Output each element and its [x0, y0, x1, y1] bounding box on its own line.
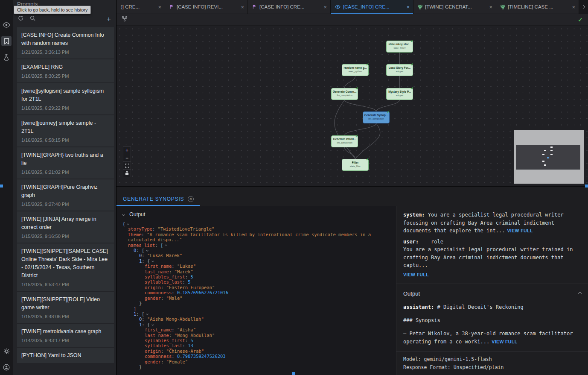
- user-view-full-link[interactable]: VIEW FULL: [403, 271, 581, 279]
- minimap[interactable]: [514, 130, 584, 184]
- response-format-line: Response Format: Unspecified/plain: [403, 363, 581, 372]
- json-line: storyType: "TwistedLoveTriangle": [122, 226, 378, 231]
- node-success-check-icon: ✓: [366, 157, 369, 161]
- json-colon: :: [172, 264, 177, 269]
- gear-icon[interactable]: [1, 346, 12, 356]
- output-collapse-chevron-icon[interactable]: [578, 292, 582, 296]
- prompt-list-item[interactable]: [twine][journey] simple sample - 2T1L1/1…: [17, 115, 114, 146]
- auto-layout-icon[interactable]: [122, 16, 128, 23]
- panel-tab-close-icon[interactable]: ✕: [188, 196, 194, 202]
- zoom-out-button[interactable]: −: [123, 154, 131, 162]
- minimap-node: [550, 146, 553, 148]
- tab-close-icon[interactable]: ×: [323, 4, 327, 10]
- editor-tab[interactable]: )] CRE...×: [116, 0, 165, 14]
- node-title: Mystery Style P...: [387, 90, 413, 94]
- assistant-label: assistant:: [403, 304, 434, 310]
- json-line: origin: "Chinese-Arab": [122, 349, 378, 354]
- tab-close-icon[interactable]: ×: [572, 4, 575, 10]
- json-colon: :: [142, 232, 147, 237]
- prompt-list-item[interactable]: [twine][syllogism] sample syllogism for …: [17, 83, 114, 114]
- node-success-check-icon: ✓: [355, 86, 358, 91]
- json-colon: :: [161, 296, 166, 301]
- prompt-title: [TWINE] metroidvania case graph: [21, 328, 110, 336]
- lock-button[interactable]: [123, 170, 131, 177]
- resize-handle-right[interactable]: [585, 185, 588, 188]
- json-key: theme: [128, 232, 142, 237]
- output-collapse-icon[interactable]: [122, 213, 125, 216]
- refresh-icon[interactable]: [18, 15, 23, 23]
- graph-canvas[interactable]: + − state mkey stor...state_mkey✓random …: [116, 26, 588, 186]
- graph-node[interactable]: random name g...exec_python✓: [342, 64, 369, 76]
- node-subtitle: snippet: [387, 70, 413, 73]
- editor-tab[interactable]: [TWINE] GENERAT...×: [413, 0, 496, 14]
- json-collapse-caret-icon[interactable]: [151, 260, 154, 262]
- flask-icon[interactable]: [1, 52, 12, 62]
- json-collapse-caret-icon[interactable]: [146, 249, 148, 252]
- json-value: 0.18576966276721016: [177, 290, 228, 295]
- assistant-output-header[interactable]: Output: [403, 284, 581, 303]
- prompt-list-item[interactable]: [TWINE] metroidvania case graph1/14/2025…: [17, 324, 114, 347]
- json-output-header: Output: [122, 211, 396, 217]
- json-collapse-caret-icon[interactable]: [151, 323, 154, 326]
- json-colon: :: [185, 338, 191, 343]
- json-collapse-caret-icon[interactable]: [165, 244, 167, 246]
- add-prompt-button[interactable]: +: [107, 15, 111, 23]
- prompt-list-item[interactable]: [TWINE][SNIPPET][SAMPLE CASE] Online Thr…: [17, 243, 114, 291]
- assistant-view-full-link[interactable]: VIEW FULL: [492, 339, 517, 344]
- resize-handle-left[interactable]: [0, 185, 3, 188]
- prompt-list-item[interactable]: [PYTHON] Yaml to JSON: [17, 348, 114, 363]
- tab-label: )] CRE...: [121, 4, 140, 9]
- eye-icon[interactable]: [1, 20, 12, 30]
- json-line: syllables_first: 5: [122, 338, 378, 343]
- graph-node[interactable]: Load Story For...snippet✓: [386, 64, 413, 76]
- graph-node[interactable]: Generate Synop...llm_completion✓: [363, 111, 390, 123]
- graph-node[interactable]: Mystery Style P...snippet✓: [386, 88, 413, 100]
- prompt-list-item[interactable]: [TWINE][SNIPPET][ROLE] Video game writer…: [17, 292, 114, 323]
- editor-tab[interactable]: [CASE INFO] CRE...×: [248, 0, 331, 14]
- resize-handle-bottom[interactable]: [292, 372, 295, 375]
- search-icon[interactable]: [30, 15, 35, 23]
- graph-node[interactable]: Generate Comm...llm_completion✓: [331, 88, 358, 100]
- json-value: "Male": [166, 296, 183, 301]
- prompt-list-item[interactable]: [CASE INFO] Create Common Info with rand…: [17, 27, 114, 59]
- prompt-list-item[interactable]: [TWINE][GRAPH} two truths and a lie1/16/…: [17, 147, 114, 179]
- json-collapse-caret-icon[interactable]: [146, 313, 148, 315]
- prompt-list-item[interactable]: [TWINE] [JINJA] Array merge in correct o…: [17, 211, 114, 243]
- tab-close-icon[interactable]: ×: [406, 4, 410, 10]
- json-colon: :: [169, 269, 175, 274]
- user-account-icon[interactable]: [1, 362, 12, 372]
- editor-tab[interactable]: [TIMELINE] CASE ...×: [496, 0, 579, 14]
- json-line: 0: "Aisha Wong-Abdullah": [122, 316, 378, 322]
- prompt-list-item[interactable]: [TWINE][GRAPH]Pure Graphviz graph1/15/20…: [17, 179, 114, 211]
- prompt-title: [TWINE][GRAPH]Pure Graphviz graph: [21, 183, 110, 199]
- json-collapse-caret-icon[interactable]: [127, 223, 129, 225]
- system-view-full-link[interactable]: VIEW FULL: [507, 228, 533, 233]
- tab-close-icon[interactable]: ×: [158, 4, 161, 10]
- editor-tab[interactable]: [CASE_INFO] CRE...×: [331, 0, 413, 14]
- prompt-list-item[interactable]: [EXAMPLE] RNG1/16/2025, 8:30:25 PM: [17, 59, 114, 82]
- prompts-bookmark-icon[interactable]: [1, 36, 12, 46]
- node-subtitle: llm_completion: [363, 117, 389, 120]
- json-colon: :: [142, 322, 147, 327]
- assistant-body: — Petar Nikolov, a 38-year-old romance s…: [403, 331, 573, 345]
- user-text: ---role--- You are a specialist legal pr…: [403, 239, 576, 269]
- json-line: }: [122, 364, 378, 369]
- tab-overflow-chevron-icon[interactable]: [579, 0, 588, 14]
- panel-tabbar: GENERATE SYNOPSIS ✕: [116, 187, 588, 206]
- graph-node[interactable]: state mkey stor...state_mkey✓: [386, 41, 413, 53]
- prompt-preview: system: You are a specialist legal proce…: [396, 206, 588, 284]
- json-colon: :: [142, 258, 147, 264]
- tab-close-icon[interactable]: ×: [489, 4, 492, 10]
- graph-node[interactable]: Generate Introd...llm_completion✓: [331, 135, 358, 147]
- json-value: "TwistedLoveTriangle": [158, 226, 215, 231]
- tab-close-icon[interactable]: ×: [241, 4, 244, 10]
- json-line: syllables_last: 5: [122, 279, 378, 284]
- zoom-in-button[interactable]: +: [123, 146, 131, 154]
- graph-node[interactable]: Filterstate_filter✓: [342, 159, 369, 171]
- output-json-pane[interactable]: Output {storyType: "TwistedLoveTriangle"…: [116, 206, 396, 375]
- json-line: {: [122, 221, 378, 226]
- fit-view-button[interactable]: [123, 162, 131, 170]
- back-tooltip: Click to go back, hold to see history: [14, 6, 91, 14]
- node-result-tab[interactable]: GENERATE SYNOPSIS ✕: [116, 192, 200, 206]
- editor-tab[interactable]: [CASE INFO] REVI...×: [165, 0, 248, 14]
